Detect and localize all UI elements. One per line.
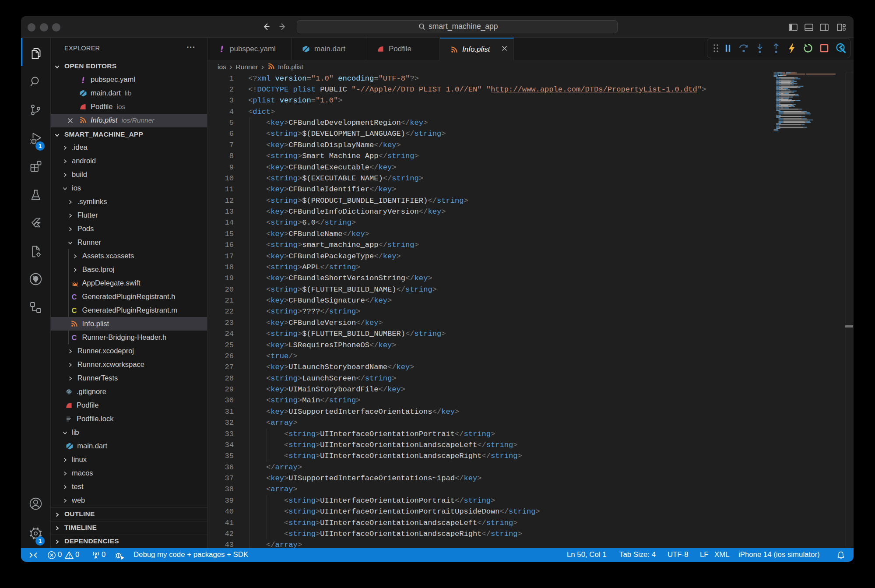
svg-text:C: C <box>71 306 77 314</box>
svg-text:C: C <box>71 293 77 300</box>
svg-text:C: C <box>71 334 77 341</box>
